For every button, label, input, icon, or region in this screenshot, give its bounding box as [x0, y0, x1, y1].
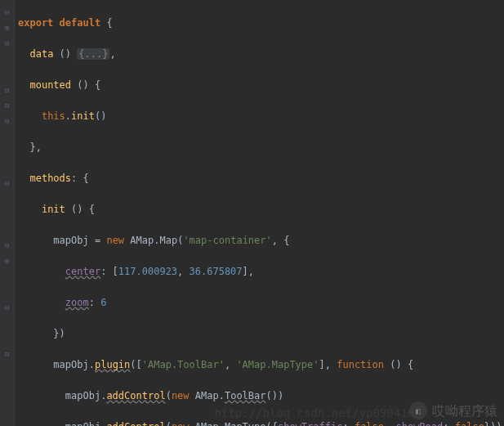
- code-line: zoom: 6: [18, 295, 504, 311]
- fold-toggle[interactable]: ⊟: [2, 303, 11, 312]
- fold-toggle[interactable]: ⊟: [2, 8, 11, 17]
- fold-toggle[interactable]: ⊞: [2, 24, 11, 33]
- watermark-url: http://blog.csdn.net/yp090416: [215, 406, 414, 421]
- code-line: export default {: [18, 16, 504, 31]
- qr-icon: ◧: [409, 401, 427, 419]
- code-editor: ⊟ ⊞ ⊟ ⊟ ⊟ ⊟ ⊟ ⊟ ⊞ ⊟ ⊟ export default { d…: [0, 0, 504, 426]
- code-line: data () {...},: [18, 47, 504, 62]
- code-line: mounted () {: [18, 78, 504, 93]
- watermark-text: 哎呦程序猿: [432, 403, 497, 419]
- code-area[interactable]: export default { data () {...}, mounted …: [15, 0, 504, 426]
- code-line: },: [18, 140, 504, 155]
- fold-toggle[interactable]: ⊞: [2, 257, 11, 266]
- code-line: center: [117.000923, 36.675807],: [18, 264, 504, 280]
- fold-toggle[interactable]: ⊟: [2, 39, 11, 48]
- code-line: init () {: [18, 202, 504, 217]
- fold-toggle[interactable]: ⊟: [2, 179, 11, 188]
- fold-toggle[interactable]: ⊟: [2, 101, 11, 110]
- fold-toggle[interactable]: ⊟: [2, 117, 11, 126]
- code-line: }): [18, 326, 504, 342]
- watermark: ◧ 哎呦程序猿: [409, 401, 497, 419]
- code-line: methods: {: [18, 171, 504, 186]
- code-line: mapObj.plugin(['AMap.ToolBar', 'AMap.Map…: [18, 357, 504, 373]
- code-line: this.init(): [18, 109, 504, 124]
- code-line: mapObj = new AMap.Map('map-container', {: [18, 233, 504, 249]
- fold-toggle[interactable]: ⊟: [2, 350, 11, 359]
- fold-toggle[interactable]: ⊟: [2, 241, 11, 250]
- gutter: ⊟ ⊞ ⊟ ⊟ ⊟ ⊟ ⊟ ⊟ ⊞ ⊟ ⊟: [0, 0, 15, 426]
- fold-toggle[interactable]: ⊟: [2, 86, 11, 95]
